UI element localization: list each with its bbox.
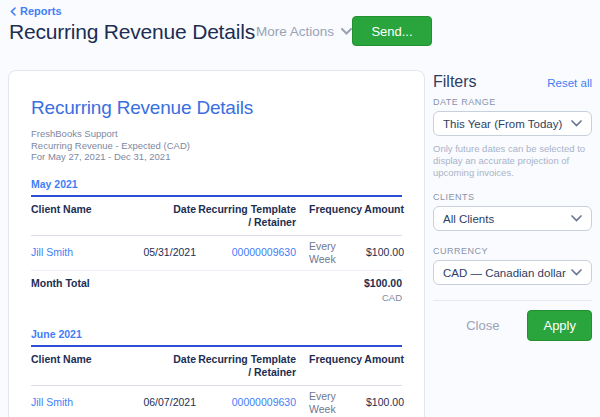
column-header: Frequency bbox=[296, 203, 356, 229]
report-title: Recurring Revenue Details bbox=[31, 97, 402, 119]
date-range-select[interactable]: This Year (From Today) bbox=[433, 111, 592, 136]
date-range-label: DATE RANGE bbox=[433, 97, 592, 107]
table-body: Jill Smith05/31/202100000009630Every Wee… bbox=[31, 236, 402, 271]
currency-label: CURRENCY bbox=[433, 246, 592, 256]
column-header: Date bbox=[123, 203, 196, 229]
month-total-label: Month Total bbox=[31, 277, 90, 303]
filters-divider bbox=[433, 300, 592, 301]
month-section: June 2021 Client NameDateRecurring Templ… bbox=[31, 313, 402, 417]
apply-button[interactable]: Apply bbox=[527, 310, 592, 341]
row-frequency: Every Week bbox=[296, 240, 356, 266]
column-header: Frequency bbox=[296, 353, 356, 379]
chevron-down-icon bbox=[571, 120, 582, 127]
chevron-down-icon bbox=[571, 215, 582, 222]
row-date: 06/07/2021 bbox=[123, 396, 196, 409]
row-amount: $100.00 bbox=[356, 396, 404, 409]
row-frequency: Every Week bbox=[296, 390, 356, 416]
revenue-table: Client NameDateRecurring Template / Reta… bbox=[31, 195, 402, 307]
report-subtitle: Recurring Revenue - Expected (CAD) bbox=[31, 140, 402, 152]
report-company: FreshBooks Support bbox=[31, 128, 402, 140]
month-link[interactable]: June 2021 bbox=[31, 328, 82, 340]
row-amount: $100.00 bbox=[356, 246, 404, 259]
more-actions-button[interactable]: More Actions bbox=[256, 24, 352, 39]
column-header: Recurring Template / Retainer bbox=[196, 203, 296, 229]
total-currency: CAD bbox=[364, 292, 402, 303]
month-link[interactable]: May 2021 bbox=[31, 178, 78, 190]
table-header-row: Client NameDateRecurring Template / Reta… bbox=[31, 195, 402, 236]
page-header: Reports Recurring Revenue Details More A… bbox=[0, 0, 600, 62]
table-header-row: Client NameDateRecurring Template / Reta… bbox=[31, 345, 402, 386]
clients-value: All Clients bbox=[443, 213, 494, 225]
breadcrumb-label: Reports bbox=[20, 5, 62, 17]
column-header: Client Name bbox=[31, 353, 123, 379]
column-header: Amount bbox=[356, 353, 404, 379]
reset-all-link[interactable]: Reset all bbox=[547, 77, 592, 89]
column-header: Client Name bbox=[31, 203, 123, 229]
report-meta: FreshBooks Support Recurring Revenue - E… bbox=[31, 128, 402, 163]
month-section: May 2021 Client NameDateRecurring Templa… bbox=[31, 163, 402, 307]
month-total-row: Month Total $100.00 CAD bbox=[31, 271, 402, 307]
row-date: 05/31/2021 bbox=[123, 246, 196, 259]
send-button[interactable]: Send... bbox=[352, 16, 432, 46]
filters-panel: Filters Reset all DATE RANGE This Year (… bbox=[433, 73, 592, 341]
column-header: Date bbox=[123, 353, 196, 379]
clients-label: CLIENTS bbox=[433, 192, 592, 202]
report-date-range: For May 27, 2021 - Dec 31, 2021 bbox=[31, 151, 402, 163]
column-header: Amount bbox=[356, 203, 404, 229]
revenue-table: Client NameDateRecurring Template / Reta… bbox=[31, 345, 402, 417]
date-range-help: Only future dates can be selected to dis… bbox=[433, 143, 592, 179]
currency-select[interactable]: CAD — Canadian dollar bbox=[433, 260, 592, 285]
table-row: Jill Smith05/31/202100000009630Every Wee… bbox=[31, 236, 402, 271]
template-link[interactable]: 00000009630 bbox=[232, 396, 296, 408]
currency-value: CAD — Canadian dollar bbox=[443, 267, 566, 279]
chevron-left-icon bbox=[10, 7, 16, 16]
template-link[interactable]: 00000009630 bbox=[232, 246, 296, 258]
more-actions-label: More Actions bbox=[256, 24, 334, 39]
month-total-amount: $100.00 CAD bbox=[364, 277, 402, 303]
chevron-down-icon bbox=[571, 269, 582, 276]
filters-title: Filters bbox=[433, 73, 477, 91]
page-title: Recurring Revenue Details bbox=[9, 20, 255, 44]
breadcrumb-reports-link[interactable]: Reports bbox=[10, 5, 62, 17]
client-link[interactable]: Jill Smith bbox=[31, 246, 73, 258]
total-value: $100.00 bbox=[364, 277, 402, 289]
date-range-value: This Year (From Today) bbox=[443, 118, 562, 130]
close-button[interactable]: Close bbox=[466, 318, 499, 333]
chevron-down-icon bbox=[341, 28, 352, 35]
report-card: Recurring Revenue Details FreshBooks Sup… bbox=[8, 70, 425, 417]
table-body: Jill Smith06/07/202100000009630Every Wee… bbox=[31, 386, 402, 417]
column-header: Recurring Template / Retainer bbox=[196, 353, 296, 379]
table-row: Jill Smith06/07/202100000009630Every Wee… bbox=[31, 386, 402, 417]
clients-select[interactable]: All Clients bbox=[433, 206, 592, 231]
report-sections: May 2021 Client NameDateRecurring Templa… bbox=[31, 163, 402, 417]
client-link[interactable]: Jill Smith bbox=[31, 396, 73, 408]
